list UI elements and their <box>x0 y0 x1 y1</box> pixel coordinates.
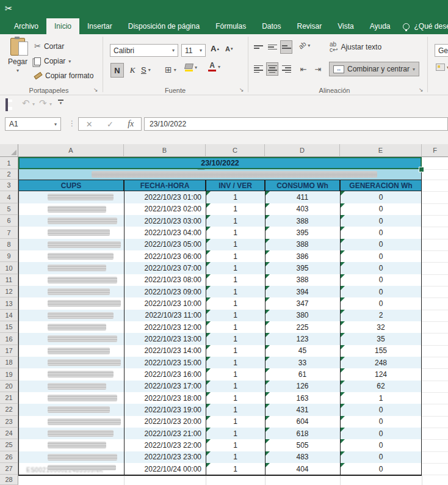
cell-E23[interactable]: 0 <box>340 416 422 428</box>
cell-D25[interactable]: 505 <box>265 439 340 451</box>
cell-D4[interactable]: 411 <box>265 191 340 203</box>
cell-B20[interactable]: 2022/10/23 17:00 <box>124 381 206 392</box>
cell-D7[interactable]: 395 <box>265 227 340 238</box>
cell-C6[interactable]: 1 <box>206 215 265 227</box>
cell-D22[interactable]: 431 <box>265 404 340 415</box>
redo-button[interactable]: ↷ <box>39 98 47 109</box>
cell-A20[interactable] <box>19 381 124 392</box>
merged-row-2[interactable] <box>19 169 421 180</box>
cell-B25[interactable]: 2022/10/23 22:00 <box>124 439 206 451</box>
cell-E26[interactable]: 0 <box>340 451 422 463</box>
tab-ayuda[interactable]: Ayuda <box>362 18 399 34</box>
dialog-launcher-icon[interactable]: ↘ <box>419 87 424 93</box>
table-header-generacion-wh[interactable]: GENERACION Wh <box>340 180 422 191</box>
row-header-16[interactable]: 16 <box>0 333 18 345</box>
underline-button[interactable]: S ▾ <box>141 65 151 75</box>
cell-C18[interactable]: 1 <box>206 357 265 368</box>
tell-me-box[interactable]: ¿Qué dese <box>398 18 448 34</box>
cell-D23[interactable]: 604 <box>265 416 340 428</box>
cell-A5[interactable] <box>19 203 124 215</box>
cell-E4[interactable]: 0 <box>340 191 422 203</box>
row-header-5[interactable]: 5 <box>0 203 18 215</box>
cell-E5[interactable]: 0 <box>340 203 422 215</box>
customize-qat-button[interactable]: ▾ <box>58 100 63 106</box>
cell-E24[interactable]: 0 <box>340 428 422 439</box>
cell-A17[interactable] <box>19 345 124 357</box>
selected-title-cell[interactable]: 23/10/2022 <box>18 157 422 169</box>
cell-C26[interactable]: 1 <box>206 451 265 463</box>
cell-B18[interactable]: 2022/10/23 15:00 <box>124 357 206 368</box>
cell-B6[interactable]: 2022/10/23 03:00 <box>124 215 206 227</box>
cell-C27[interactable]: 1 <box>206 463 265 475</box>
tab-revisar[interactable]: Revisar <box>289 18 330 34</box>
cell-E11[interactable]: 0 <box>340 274 422 286</box>
cell-A9[interactable] <box>19 250 124 262</box>
row-header-13[interactable]: 13 <box>0 297 18 309</box>
row-header-1[interactable]: 1 <box>0 157 18 169</box>
paste-button[interactable]: Pegar ▾ <box>4 38 32 86</box>
cell-C12[interactable]: 1 <box>206 286 265 297</box>
tab-inicio[interactable]: Inicio <box>46 18 79 34</box>
cell-B7[interactable]: 2022/10/23 04:00 <box>124 227 206 238</box>
align-center-button[interactable] <box>266 62 278 76</box>
align-top-button[interactable] <box>252 40 264 54</box>
cell-C21[interactable]: 1 <box>206 392 265 404</box>
row-header-21[interactable]: 21 <box>0 392 18 404</box>
cell-A22[interactable] <box>19 404 124 415</box>
column-header-C[interactable]: C <box>206 144 265 157</box>
cell-C23[interactable]: 1 <box>206 416 265 428</box>
cell-C14[interactable]: 1 <box>206 310 265 321</box>
cell-A12[interactable] <box>19 286 124 297</box>
number-format-select[interactable]: Gene <box>435 44 448 57</box>
row-header-25[interactable]: 25 <box>0 439 18 451</box>
cell-B5[interactable]: 2022/10/23 02:00 <box>124 203 206 215</box>
increase-indent-button[interactable]: ⇥ <box>312 62 324 76</box>
column-header-D[interactable]: D <box>265 144 340 157</box>
cell-D19[interactable]: 61 <box>265 368 340 380</box>
cell-E19[interactable]: 124 <box>340 368 422 380</box>
cell-B15[interactable]: 2022/10/23 12:00 <box>124 321 206 333</box>
column-header-F[interactable]: F <box>422 144 448 157</box>
tab-f-rmulas[interactable]: Fórmulas <box>208 18 254 34</box>
row-header-24[interactable]: 24 <box>0 428 18 439</box>
row-header-6[interactable]: 6 <box>0 215 18 227</box>
orientation-button[interactable]: ab ▾ <box>298 42 310 49</box>
cell-E8[interactable]: 0 <box>340 239 422 250</box>
cell-A6[interactable] <box>19 215 124 227</box>
cell-E17[interactable]: 155 <box>340 345 422 357</box>
cell-C24[interactable]: 1 <box>206 428 265 439</box>
decrease-font-button[interactable]: A▾ <box>225 45 233 53</box>
cell-C9[interactable]: 1 <box>206 250 265 262</box>
cell-C13[interactable]: 1 <box>206 297 265 309</box>
cell-E6[interactable]: 0 <box>340 215 422 227</box>
cell-A27[interactable]: ES0021000022483359NK <box>19 463 124 475</box>
increase-font-button[interactable]: A▴ <box>211 44 219 53</box>
cell-E25[interactable]: 0 <box>340 439 422 451</box>
dialog-launcher-icon[interactable]: ↘ <box>93 87 98 93</box>
wrap-text-button[interactable]: abc↩ Ajustar texto <box>330 42 381 53</box>
select-all-corner[interactable] <box>0 144 18 157</box>
cell-B16[interactable]: 2022/10/23 13:00 <box>124 333 206 345</box>
cell-A13[interactable] <box>19 297 124 309</box>
cell-B21[interactable]: 2022/10/23 18:00 <box>124 392 206 404</box>
cell-D17[interactable]: 45 <box>265 345 340 357</box>
column-header-A[interactable]: A <box>18 144 124 157</box>
cell-B10[interactable]: 2022/10/23 07:00 <box>124 262 206 274</box>
cell-A18[interactable] <box>19 357 124 368</box>
cell-C19[interactable]: 1 <box>206 368 265 380</box>
cell-D27[interactable]: 404 <box>265 463 340 475</box>
cell-D6[interactable]: 388 <box>265 215 340 227</box>
save-button[interactable] <box>5 100 8 111</box>
cell-A11[interactable] <box>19 274 124 286</box>
table-header-fecha-hora[interactable]: FECHA-HORA <box>124 180 206 191</box>
cell-C15[interactable]: 1 <box>206 321 265 333</box>
cell-D10[interactable]: 395 <box>265 262 340 274</box>
cell-B8[interactable]: 2022/10/23 05:00 <box>124 239 206 250</box>
cancel-icon[interactable]: ✕ <box>86 120 93 129</box>
cell-A16[interactable] <box>19 333 124 345</box>
cell-B12[interactable]: 2022/10/23 09:00 <box>124 286 206 297</box>
undo-button[interactable]: ↶ <box>22 98 30 109</box>
cell-B27[interactable]: 2022/10/24 00:00 <box>124 463 206 475</box>
cell-D20[interactable]: 126 <box>265 381 340 392</box>
align-middle-button[interactable] <box>266 40 278 54</box>
